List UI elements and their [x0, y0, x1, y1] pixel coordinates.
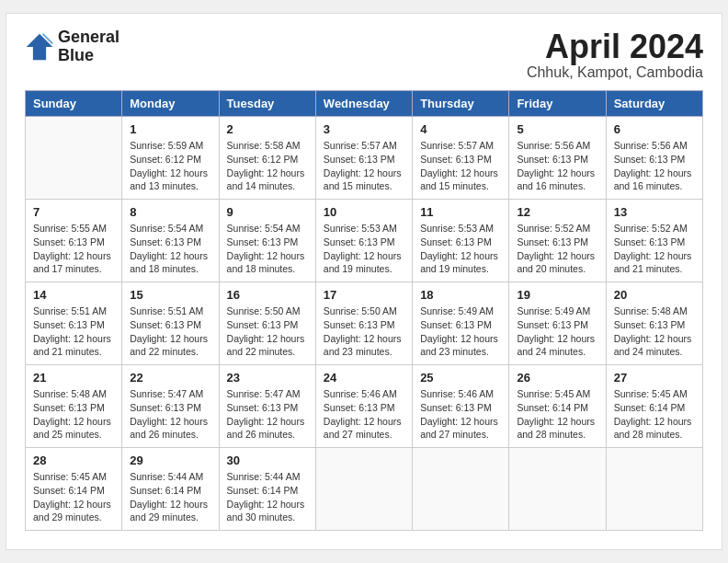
- day-number: 11: [420, 205, 501, 219]
- day-number: 27: [614, 371, 695, 385]
- day-number: 29: [130, 454, 210, 467]
- weekday-header-sunday: Sunday: [26, 91, 122, 117]
- table-row: 1Sunrise: 5:59 AMSunset: 6:12 PMDaylight…: [122, 117, 219, 200]
- day-info: Sunrise: 5:55 AMSunset: 6:13 PMDaylight:…: [33, 222, 114, 276]
- day-number: 5: [517, 122, 597, 136]
- day-number: 22: [130, 371, 210, 385]
- day-number: 4: [420, 122, 501, 136]
- day-info: Sunrise: 5:45 AMSunset: 6:14 PMDaylight:…: [517, 387, 597, 442]
- day-info: Sunrise: 5:58 AMSunset: 6:12 PMDaylight:…: [227, 139, 308, 193]
- table-row: 27Sunrise: 5:45 AMSunset: 6:14 PMDayligh…: [606, 365, 702, 448]
- day-info: Sunrise: 5:59 AMSunset: 6:12 PMDaylight:…: [130, 139, 210, 193]
- day-info: Sunrise: 5:52 AMSunset: 6:13 PMDaylight:…: [614, 222, 695, 276]
- day-info: Sunrise: 5:56 AMSunset: 6:13 PMDaylight:…: [614, 139, 695, 193]
- day-info: Sunrise: 5:47 AMSunset: 6:13 PMDaylight:…: [227, 387, 308, 442]
- day-info: Sunrise: 5:44 AMSunset: 6:14 PMDaylight:…: [130, 470, 210, 524]
- day-info: Sunrise: 5:52 AMSunset: 6:13 PMDaylight:…: [517, 222, 597, 276]
- table-row: 26Sunrise: 5:45 AMSunset: 6:14 PMDayligh…: [509, 365, 606, 448]
- day-info: Sunrise: 5:53 AMSunset: 6:13 PMDaylight:…: [420, 222, 501, 276]
- table-row: 7Sunrise: 5:55 AMSunset: 6:13 PMDaylight…: [26, 200, 122, 282]
- logo-line1: General: [58, 29, 119, 47]
- day-number: 17: [324, 288, 404, 302]
- day-info: Sunrise: 5:57 AMSunset: 6:13 PMDaylight:…: [324, 139, 404, 193]
- day-info: Sunrise: 5:47 AMSunset: 6:13 PMDaylight:…: [130, 387, 210, 442]
- table-row: 5Sunrise: 5:56 AMSunset: 6:13 PMDaylight…: [509, 117, 606, 200]
- logo-line2: Blue: [58, 47, 119, 65]
- day-info: Sunrise: 5:46 AMSunset: 6:13 PMDaylight:…: [324, 387, 404, 442]
- day-info: Sunrise: 5:57 AMSunset: 6:13 PMDaylight:…: [420, 139, 501, 193]
- table-row: 3Sunrise: 5:57 AMSunset: 6:13 PMDaylight…: [315, 117, 412, 200]
- table-row: 21Sunrise: 5:48 AMSunset: 6:13 PMDayligh…: [26, 365, 122, 448]
- table-row: 25Sunrise: 5:46 AMSunset: 6:13 PMDayligh…: [413, 365, 509, 448]
- day-number: 16: [227, 288, 308, 302]
- calendar-table: SundayMondayTuesdayWednesdayThursdayFrid…: [25, 90, 703, 531]
- calendar-container: General Blue April 2024 Chhuk, Kampot, C…: [6, 13, 722, 551]
- day-number: 6: [614, 122, 695, 136]
- week-row-0: 1Sunrise: 5:59 AMSunset: 6:12 PMDaylight…: [26, 117, 703, 200]
- day-info: Sunrise: 5:48 AMSunset: 6:13 PMDaylight:…: [614, 304, 695, 359]
- table-row: 23Sunrise: 5:47 AMSunset: 6:13 PMDayligh…: [219, 365, 315, 448]
- day-info: Sunrise: 5:53 AMSunset: 6:13 PMDaylight:…: [324, 222, 404, 276]
- logo-text: General Blue: [58, 29, 119, 65]
- week-row-1: 7Sunrise: 5:55 AMSunset: 6:13 PMDaylight…: [26, 200, 703, 282]
- table-row: 16Sunrise: 5:50 AMSunset: 6:13 PMDayligh…: [219, 282, 315, 365]
- table-row: 18Sunrise: 5:49 AMSunset: 6:13 PMDayligh…: [413, 282, 509, 365]
- table-row: 14Sunrise: 5:51 AMSunset: 6:13 PMDayligh…: [26, 282, 122, 365]
- week-row-4: 28Sunrise: 5:45 AMSunset: 6:14 PMDayligh…: [26, 448, 703, 531]
- table-row: 29Sunrise: 5:44 AMSunset: 6:14 PMDayligh…: [122, 448, 219, 531]
- weekday-header-saturday: Saturday: [606, 91, 702, 117]
- table-row: 4Sunrise: 5:57 AMSunset: 6:13 PMDaylight…: [413, 117, 509, 200]
- day-info: Sunrise: 5:54 AMSunset: 6:13 PMDaylight:…: [130, 222, 210, 276]
- day-number: 8: [130, 205, 210, 219]
- table-row: 13Sunrise: 5:52 AMSunset: 6:13 PMDayligh…: [606, 200, 702, 282]
- logo-icon: [25, 32, 54, 62]
- day-number: 25: [420, 371, 501, 385]
- day-number: 1: [130, 122, 210, 136]
- table-row: 12Sunrise: 5:52 AMSunset: 6:13 PMDayligh…: [509, 200, 606, 282]
- day-info: Sunrise: 5:50 AMSunset: 6:13 PMDaylight:…: [227, 304, 308, 359]
- weekday-header-monday: Monday: [122, 91, 219, 117]
- table-row: 30Sunrise: 5:44 AMSunset: 6:14 PMDayligh…: [219, 448, 315, 531]
- day-info: Sunrise: 5:49 AMSunset: 6:13 PMDaylight:…: [517, 304, 597, 359]
- day-number: 19: [517, 288, 597, 302]
- day-number: 30: [227, 454, 308, 467]
- table-row: 19Sunrise: 5:49 AMSunset: 6:13 PMDayligh…: [509, 282, 606, 365]
- weekday-header-thursday: Thursday: [413, 91, 509, 117]
- table-row: 11Sunrise: 5:53 AMSunset: 6:13 PMDayligh…: [413, 200, 509, 282]
- day-info: Sunrise: 5:44 AMSunset: 6:14 PMDaylight:…: [227, 470, 308, 524]
- table-row: [509, 448, 606, 531]
- day-number: 15: [130, 288, 210, 302]
- table-row: 24Sunrise: 5:46 AMSunset: 6:13 PMDayligh…: [315, 365, 412, 448]
- weekday-header-tuesday: Tuesday: [219, 91, 315, 117]
- svg-marker-0: [27, 33, 52, 59]
- day-number: 14: [33, 288, 114, 302]
- table-row: 28Sunrise: 5:45 AMSunset: 6:14 PMDayligh…: [26, 448, 122, 531]
- weekday-header-friday: Friday: [509, 91, 606, 117]
- day-info: Sunrise: 5:49 AMSunset: 6:13 PMDaylight:…: [420, 304, 501, 359]
- main-title: April 2024: [527, 29, 703, 65]
- logo: General Blue: [25, 29, 119, 65]
- day-number: 7: [33, 205, 114, 219]
- table-row: 2Sunrise: 5:58 AMSunset: 6:12 PMDaylight…: [219, 117, 315, 200]
- day-info: Sunrise: 5:51 AMSunset: 6:13 PMDaylight:…: [130, 304, 210, 359]
- day-number: 26: [517, 371, 597, 385]
- day-number: 13: [614, 205, 695, 219]
- weekday-header-row: SundayMondayTuesdayWednesdayThursdayFrid…: [26, 91, 703, 117]
- table-row: [26, 117, 122, 200]
- day-number: 3: [324, 122, 404, 136]
- day-info: Sunrise: 5:46 AMSunset: 6:13 PMDaylight:…: [420, 387, 501, 442]
- day-info: Sunrise: 5:56 AMSunset: 6:13 PMDaylight:…: [517, 139, 597, 193]
- day-info: Sunrise: 5:45 AMSunset: 6:14 PMDaylight:…: [614, 387, 695, 442]
- day-number: 9: [227, 205, 308, 219]
- header-section: General Blue April 2024 Chhuk, Kampot, C…: [25, 29, 703, 82]
- weekday-header-wednesday: Wednesday: [315, 91, 412, 117]
- table-row: 6Sunrise: 5:56 AMSunset: 6:13 PMDaylight…: [606, 117, 702, 200]
- day-number: 28: [33, 454, 114, 467]
- subtitle: Chhuk, Kampot, Cambodia: [527, 64, 703, 81]
- table-row: 17Sunrise: 5:50 AMSunset: 6:13 PMDayligh…: [315, 282, 412, 365]
- day-number: 21: [33, 371, 114, 385]
- table-row: [315, 448, 412, 531]
- day-number: 20: [614, 288, 695, 302]
- table-row: 22Sunrise: 5:47 AMSunset: 6:13 PMDayligh…: [122, 365, 219, 448]
- day-info: Sunrise: 5:51 AMSunset: 6:13 PMDaylight:…: [33, 304, 114, 359]
